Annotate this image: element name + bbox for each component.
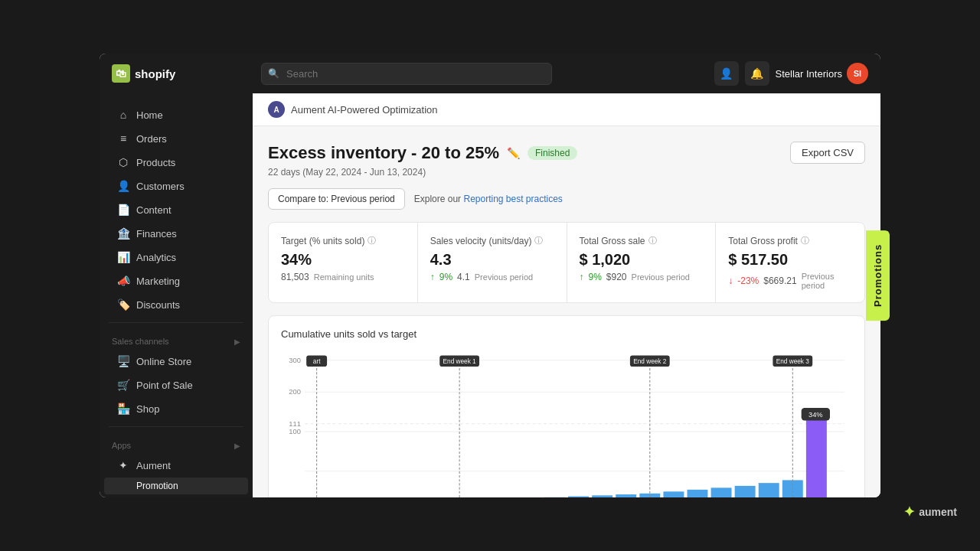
products-icon: ⬡ bbox=[116, 156, 130, 168]
divider-1 bbox=[109, 322, 243, 323]
aument-logo-circle: A bbox=[268, 101, 285, 118]
down-arrow-gross-profit: ↓ bbox=[728, 276, 733, 286]
sidebar-item-aument[interactable]: ✦ Aument bbox=[104, 454, 248, 477]
sidebar-item-shop[interactable]: 🏪 Shop bbox=[104, 397, 248, 420]
sidebar-item-label: Customers bbox=[136, 181, 185, 192]
aument-footer: ✦ aument bbox=[903, 504, 957, 520]
sidebar-sub-price-management[interactable]: Price management bbox=[104, 495, 248, 497]
marker-art: art bbox=[313, 358, 321, 365]
stat-card-velocity: Sales velocity (units/day) ⓘ 4.3 ↑ 9% 4.… bbox=[418, 223, 567, 302]
content-area: A Aument AI-Powered Optimization Excess … bbox=[253, 93, 880, 497]
sidebar-item-label: Discounts bbox=[136, 299, 180, 311]
sidebar-item-content[interactable]: 📄 Content bbox=[104, 198, 248, 221]
nav-right: 👤 🔔 Stellar Interiors SI bbox=[714, 61, 868, 86]
sidebar-item-online-store[interactable]: 🖥️ Online Store bbox=[104, 350, 248, 373]
stat-label-text: Total Gross sale bbox=[580, 236, 645, 246]
up-arrow-velocity: ↑ bbox=[430, 272, 435, 282]
chart-svg: 300 200 111 100 0 bbox=[281, 347, 852, 497]
bar-13 bbox=[616, 494, 636, 497]
sidebar-item-home[interactable]: ⌂ Home bbox=[104, 103, 248, 126]
stat-compare-val: 4.1 bbox=[457, 272, 470, 282]
sidebar-item-analytics[interactable]: 📊 Analytics bbox=[104, 246, 248, 269]
page-title: Excess inventory - 20 to 25% bbox=[268, 143, 499, 163]
analytics-icon: 📊 bbox=[116, 251, 130, 263]
date-range: 22 days (May 22, 2024 - Jun 13, 2024) bbox=[268, 167, 865, 178]
sidebar-item-discounts[interactable]: 🏷️ Discounts bbox=[104, 293, 248, 316]
apps-label: Apps bbox=[112, 441, 131, 450]
target-tooltip-text: 34% bbox=[808, 411, 823, 419]
stats-row: Target (% units sold) ⓘ 34% 81,503 Remai… bbox=[268, 222, 865, 303]
home-icon: ⌂ bbox=[116, 109, 130, 121]
sidebar-item-point-of-sale[interactable]: 🛒 Point of Sale bbox=[104, 373, 248, 396]
status-badge: Finished bbox=[528, 146, 577, 160]
store-avatar: SI bbox=[847, 63, 868, 84]
search-wrap: 🔍 bbox=[261, 63, 552, 85]
stat-compare-val: $669.21 bbox=[763, 276, 796, 286]
stat-compare-label: Previous period bbox=[802, 272, 852, 290]
compare-row: Compare to: Previous period Explore our … bbox=[268, 188, 865, 210]
aument-header: A Aument AI-Powered Optimization bbox=[253, 93, 880, 126]
page-title-row: Excess inventory - 20 to 25% ✏️ Finished… bbox=[268, 142, 865, 164]
reporting-link-text: Explore our Reporting best practices bbox=[414, 194, 563, 204]
stat-value-target: 34% bbox=[281, 251, 405, 269]
finances-icon: 🏦 bbox=[116, 227, 130, 240]
bar-19 bbox=[759, 483, 779, 497]
bar-11 bbox=[568, 497, 589, 497]
export-csv-button[interactable]: Export CSV bbox=[790, 142, 865, 164]
chart-container: Cumulative units sold vs target bbox=[268, 315, 865, 497]
compare-period-button[interactable]: Compare to: Previous period bbox=[268, 188, 405, 210]
aument-icon: ✦ bbox=[116, 459, 130, 471]
search-input[interactable] bbox=[261, 63, 552, 85]
content-icon: 📄 bbox=[116, 204, 130, 216]
marketing-icon: 📣 bbox=[116, 275, 130, 287]
stat-card-gross-sale: Total Gross sale ⓘ $ 1,020 ↑ 9% $920 Pre… bbox=[567, 223, 717, 302]
sidebar-item-label: Online Store bbox=[136, 356, 191, 367]
orders-icon: ≡ bbox=[116, 132, 130, 145]
stat-label-target: Target (% units sold) ⓘ bbox=[281, 235, 405, 246]
avatar-icon-btn[interactable]: 👤 bbox=[714, 61, 739, 86]
info-icon-velocity[interactable]: ⓘ bbox=[534, 235, 543, 246]
stat-compare-label: Previous period bbox=[475, 272, 533, 282]
content-body: Excess inventory - 20 to 25% ✏️ Finished… bbox=[253, 126, 880, 497]
stat-value-velocity: 4.3 bbox=[430, 251, 554, 269]
sidebar-item-customers[interactable]: 👤 Customers bbox=[104, 174, 248, 197]
discounts-icon: 🏷️ bbox=[116, 298, 130, 311]
info-icon-target[interactable]: ⓘ bbox=[368, 235, 376, 246]
shopify-logo: 🛍 shopify bbox=[112, 64, 175, 83]
down-pct-gross-profit: -23% bbox=[737, 276, 759, 286]
sidebar-sub-promotion[interactable]: Promotion bbox=[104, 478, 248, 494]
promotion-label: Promotion bbox=[136, 481, 178, 491]
sales-channels-label: Sales channels bbox=[112, 337, 169, 346]
bell-icon-btn[interactable]: 🔔 bbox=[745, 61, 769, 86]
bar-18 bbox=[735, 486, 756, 497]
promotions-side-tab[interactable]: Promotions bbox=[866, 230, 890, 321]
stat-value-gross-sale: $ 1,020 bbox=[580, 251, 704, 269]
reporting-best-practices-link[interactable]: Reporting best practices bbox=[463, 194, 562, 204]
sidebar-item-finances[interactable]: 🏦 Finances bbox=[104, 222, 248, 245]
svg-text:111: 111 bbox=[289, 420, 301, 428]
edit-title-button[interactable]: ✏️ bbox=[507, 147, 520, 159]
shopify-frame: 🛍 shopify 🔍 👤 🔔 Stellar Interiors SI bbox=[100, 54, 880, 497]
sidebar-item-label: Content bbox=[136, 204, 172, 216]
sidebar-item-orders[interactable]: ≡ Orders bbox=[104, 127, 248, 150]
sidebar-item-label: Point of Sale bbox=[136, 380, 193, 391]
stat-label-velocity: Sales velocity (units/day) ⓘ bbox=[430, 235, 554, 246]
info-icon-gross-profit[interactable]: ⓘ bbox=[801, 235, 809, 246]
shop-icon: 🏪 bbox=[116, 403, 130, 415]
bar-target bbox=[806, 417, 827, 497]
sidebar-item-marketing[interactable]: 📣 Marketing bbox=[104, 269, 248, 292]
up-pct-velocity: 9% bbox=[439, 272, 452, 282]
app-wrapper: 🛍 shopify 🔍 👤 🔔 Stellar Interiors SI bbox=[0, 0, 980, 551]
info-icon-gross-sale[interactable]: ⓘ bbox=[648, 235, 657, 246]
point-of-sale-icon: 🛒 bbox=[116, 379, 130, 391]
stat-compare-velocity: ↑ 9% 4.1 Previous period bbox=[430, 272, 554, 282]
stat-secondary-label-target: Remaining units bbox=[314, 272, 374, 282]
top-nav: 🛍 shopify 🔍 👤 🔔 Stellar Interiors SI bbox=[100, 54, 880, 93]
aument-header-label: Aument AI-Powered Optimization bbox=[291, 104, 437, 116]
stat-label-gross-profit: Total Gross profit ⓘ bbox=[728, 235, 852, 246]
sidebar-item-label: Analytics bbox=[136, 252, 176, 263]
bar-15 bbox=[663, 491, 684, 497]
stat-card-target: Target (% units sold) ⓘ 34% 81,503 Remai… bbox=[269, 223, 418, 302]
sidebar-item-products[interactable]: ⬡ Products bbox=[104, 151, 248, 174]
customers-icon: 👤 bbox=[116, 180, 130, 192]
